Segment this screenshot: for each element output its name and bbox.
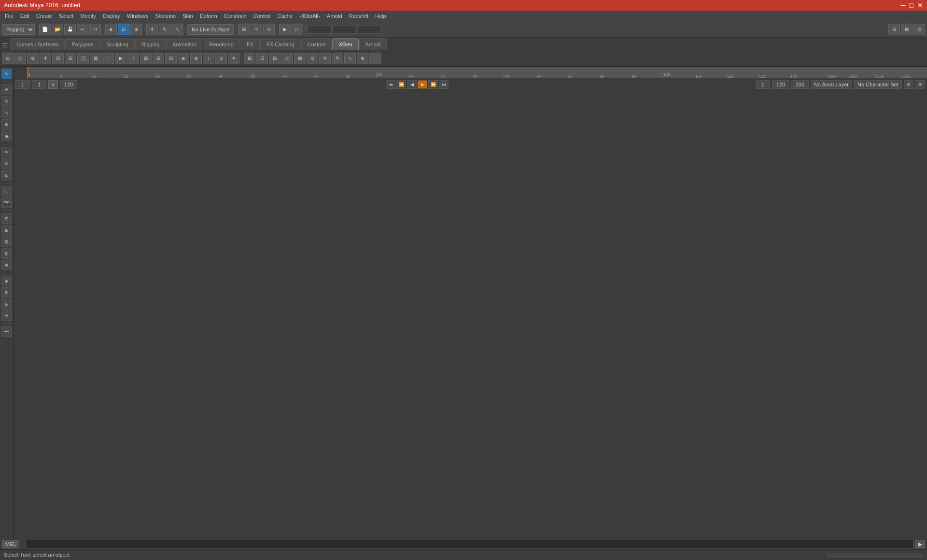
icon-tool-28[interactable]: ⤡ (344, 53, 356, 64)
tab-xgen[interactable]: XGen (332, 38, 358, 50)
menu-help[interactable]: Help (372, 12, 389, 20)
icon-tool-12[interactable]: ⊞ (140, 53, 152, 64)
no-live-surface-btn[interactable]: No Live Surface (187, 24, 234, 35)
icon-tool-7[interactable]: ◫ (77, 53, 89, 64)
menu-create[interactable]: Create (33, 12, 55, 20)
tab-rigging[interactable]: Rigging (135, 38, 166, 50)
menu-arnold[interactable]: Arnold (324, 12, 345, 20)
select-mode-btn[interactable]: ↖ (1, 69, 12, 79)
icon-tool-25[interactable]: ⊙ (307, 53, 318, 64)
menu-skeleton[interactable]: Skeleton (152, 12, 179, 20)
prev-view-btn[interactable]: ⊠ (1, 237, 12, 247)
menu-edit[interactable]: Edit (17, 12, 32, 20)
next-frame-btn[interactable]: ⏩ (428, 80, 438, 89)
icon-tool-15[interactable]: ◈ (178, 53, 189, 64)
frame-current-field[interactable] (32, 80, 46, 89)
snap-curve-btn[interactable]: ≈ (251, 24, 262, 35)
icon-tool-13[interactable]: ⊟ (153, 53, 164, 64)
paint-btn[interactable]: ✏ (1, 147, 12, 157)
icon-tool-17[interactable]: ↕ (203, 53, 214, 64)
icon-tool-16[interactable]: ⊕ (190, 53, 202, 64)
icon-tool-21[interactable]: ⊡ (256, 53, 268, 64)
open-scene-btn[interactable]: 📂 (52, 24, 63, 35)
menu-deform[interactable]: Deform (197, 12, 220, 20)
rotate-tool-btn[interactable]: ↻ (159, 24, 170, 35)
cmd-input[interactable] (25, 540, 913, 548)
icon-tool-26[interactable]: ✛ (319, 53, 331, 64)
icon-tool-5[interactable]: ⊡ (52, 53, 64, 64)
shade-btn[interactable]: ⊟ (1, 299, 12, 309)
menu-modify[interactable]: Modify (77, 12, 98, 20)
wire-btn[interactable]: ⊡ (1, 287, 12, 298)
layout-btn2[interactable]: ⊠ (901, 24, 913, 35)
layout-btn1[interactable]: ⊟ (888, 24, 900, 35)
new-scene-btn[interactable]: 📄 (39, 24, 51, 35)
rigging-dropdown[interactable]: Rigging (2, 24, 35, 35)
render-region-btn[interactable]: ▢ (1, 186, 12, 196)
frame-all-btn[interactable]: ⊟ (1, 213, 12, 224)
icon-tool-2[interactable]: ◎ (14, 53, 26, 64)
anim-end-field[interactable] (772, 80, 789, 89)
frame-indicator[interactable]: 1 (48, 80, 58, 89)
icon-tool-4[interactable]: ✛ (40, 53, 51, 64)
icon-tool-18[interactable]: ⊙ (215, 53, 227, 64)
y-field[interactable] (333, 25, 357, 34)
icon-tool-19[interactable]: ✦ (228, 53, 239, 64)
frame-sel-btn[interactable]: ⊞ (1, 225, 12, 236)
snap-point-btn[interactable]: ⊙ (263, 24, 275, 35)
snap-btn[interactable]: ⊕ (1, 260, 12, 270)
undo-btn[interactable]: ↩ (77, 24, 88, 35)
menu-file[interactable]: File (2, 12, 16, 20)
icon-tool-3[interactable]: ⊕ (27, 53, 39, 64)
anim-start-field[interactable] (756, 80, 770, 89)
tab-custom[interactable]: Custom (301, 38, 332, 50)
icon-tool-27[interactable]: ↻ (332, 53, 343, 64)
icon-tool-30[interactable]: ∷ (369, 53, 381, 64)
no-character-set-field[interactable]: No Character Set (854, 80, 902, 89)
menu-3dtoall[interactable]: -3DtoAll- (296, 12, 323, 20)
icon-tool-22[interactable]: ⊟ (269, 53, 281, 64)
rotate-mode-btn[interactable]: ↻ (1, 96, 12, 107)
soft-select-btn[interactable]: ◉ (1, 131, 12, 141)
paint-select-btn[interactable]: ⊕ (130, 24, 142, 35)
ipr-btn[interactable]: ▷ (292, 24, 303, 35)
select-tool-btn[interactable]: ◈ (105, 24, 117, 35)
prev-frame-btn[interactable]: ⏪ (396, 80, 406, 89)
move-mode-btn[interactable]: ✛ (1, 84, 12, 95)
tab-arnold[interactable]: Arnold (359, 38, 387, 50)
light-btn[interactable]: ☀ (1, 310, 12, 321)
icon-tool-10[interactable]: ▶ (115, 53, 126, 64)
playhead[interactable] (27, 67, 28, 78)
cam-btn[interactable]: 📷 (1, 197, 12, 208)
anim-options-btn[interactable]: ⚙ (904, 80, 913, 89)
lasso-tool-btn[interactable]: ⊡ (118, 24, 129, 35)
next-view-btn[interactable]: ⊡ (1, 248, 12, 259)
minimize-button[interactable]: ─ (901, 1, 906, 9)
no-anim-layer-field[interactable]: No Anim Layer (811, 80, 852, 89)
go-start-btn[interactable]: ⏮ (386, 80, 395, 89)
tab-polygons[interactable]: Polygons (65, 38, 99, 50)
move-tool-btn[interactable]: ✛ (146, 24, 158, 35)
tab-fx[interactable]: FX (240, 38, 260, 50)
scale-mode-btn[interactable]: ⤡ (1, 108, 12, 118)
save-scene-btn[interactable]: 💾 (64, 24, 76, 35)
menu-display[interactable]: Display (100, 12, 123, 20)
icon-tool-8[interactable]: ⊠ (90, 53, 101, 64)
menu-constrain[interactable]: Constrain (221, 12, 250, 20)
play-fwd-btn[interactable]: ▶ (418, 80, 427, 89)
icon-tool-24[interactable]: ⊠ (294, 53, 306, 64)
frame-end-field[interactable] (60, 80, 77, 89)
menu-cache[interactable]: Cache (274, 12, 295, 20)
display-mode-btn[interactable]: ◈ (1, 276, 12, 286)
frame-start-field[interactable] (15, 80, 30, 89)
menu-skin[interactable]: Skin (180, 12, 196, 20)
close-button[interactable]: ✕ (917, 1, 923, 9)
icon-tool-1[interactable]: ⊙ (2, 53, 14, 64)
icon-tool-23[interactable]: ◎ (281, 53, 293, 64)
snap-grid-btn[interactable]: ⊞ (238, 24, 250, 35)
icon-tool-9[interactable]: ∷ (102, 53, 114, 64)
sculpt-btn[interactable]: ⊙ (1, 158, 12, 169)
universal-mode-btn[interactable]: ⊕ (1, 119, 12, 130)
render-btn[interactable]: ▶ (279, 24, 291, 35)
menu-select[interactable]: Select (56, 12, 77, 20)
